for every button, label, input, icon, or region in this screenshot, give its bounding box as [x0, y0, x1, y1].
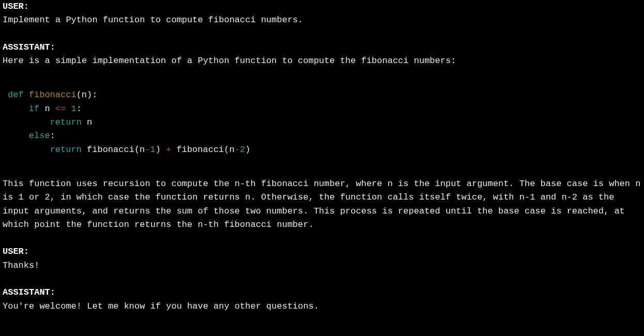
keyword-return: return	[50, 117, 82, 127]
user-label: USER:	[3, 0, 641, 13]
assistant-turn-1: ASSISTANT: Here is a simple implementati…	[3, 41, 641, 232]
keyword-if: if	[29, 104, 39, 114]
assistant-message: You're welcome! Let me know if you have …	[3, 300, 641, 313]
assistant-turn-2: ASSISTANT: You're welcome! Let me know i…	[3, 286, 641, 313]
function-name: fibonacci	[29, 90, 76, 100]
keyword-else: else	[29, 131, 50, 141]
keyword-def: def	[8, 90, 24, 100]
assistant-explanation: This function uses recursion to compute …	[3, 177, 641, 232]
assistant-intro: Here is a simple implementation of a Pyt…	[3, 54, 641, 68]
user-message: Implement a Python function to compute f…	[3, 13, 641, 27]
user-message: Thanks!	[3, 259, 641, 272]
assistant-label: ASSISTANT:	[3, 286, 641, 299]
user-label: USER:	[3, 245, 641, 258]
code-block: def fibonacci(n): if n <= 1: return n el…	[8, 88, 641, 157]
keyword-return: return	[50, 145, 82, 155]
user-turn-2: USER: Thanks!	[3, 245, 641, 272]
assistant-label: ASSISTANT:	[3, 41, 641, 54]
user-turn-1: USER: Implement a Python function to com…	[3, 0, 641, 27]
